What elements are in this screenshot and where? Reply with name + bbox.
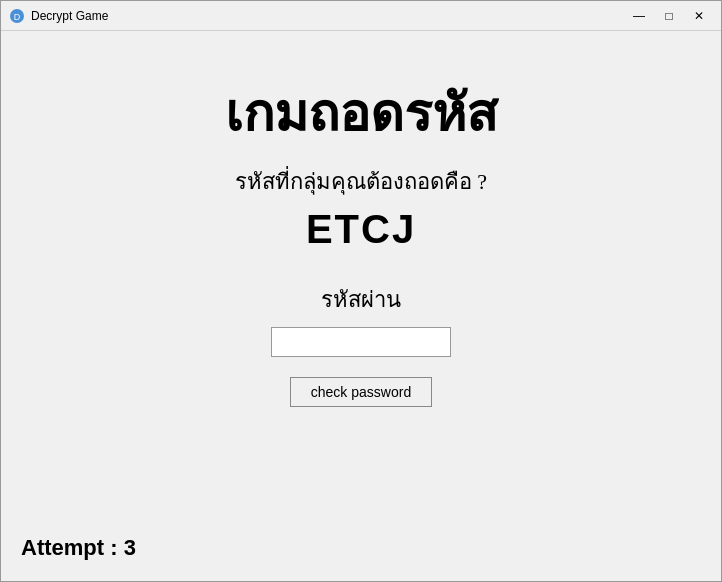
main-content: เกมถอดรหัส รหัสที่กลุ่มคุณต้องถอดคือ ? E… [1,31,721,581]
password-label: รหัสผ่าน [321,282,401,317]
svg-text:D: D [14,12,21,22]
window-title: Decrypt Game [31,9,108,23]
attempt-counter: Attempt : 3 [21,535,136,561]
check-password-button[interactable]: check password [290,377,432,407]
title-bar-controls: — □ ✕ [625,6,713,26]
password-input[interactable] [271,327,451,357]
minimize-button[interactable]: — [625,6,653,26]
title-bar-left: D Decrypt Game [9,8,108,24]
code-display: ETCJ [306,207,416,252]
maximize-button[interactable]: □ [655,6,683,26]
game-title: เกมถอดรหัส [225,71,498,154]
subtitle: รหัสที่กลุ่มคุณต้องถอดคือ ? [235,164,487,199]
close-button[interactable]: ✕ [685,6,713,26]
app-icon: D [9,8,25,24]
title-bar: D Decrypt Game — □ ✕ [1,1,721,31]
app-window: D Decrypt Game — □ ✕ เกมถอดรหัส รหัสที่ก… [0,0,722,582]
